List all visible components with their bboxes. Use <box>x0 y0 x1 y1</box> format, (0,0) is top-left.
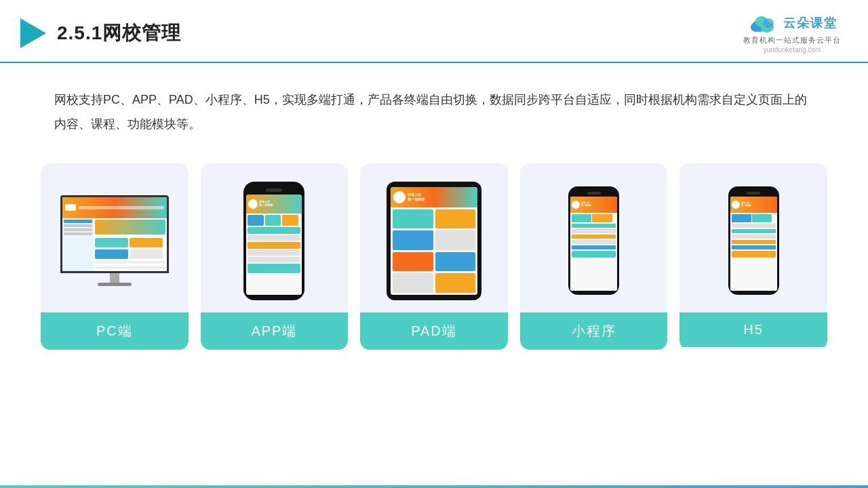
logo-sub: 教育机构一站式服务云平台 <box>743 35 841 45</box>
card-label-miniapp: 小程序 <box>520 312 668 350</box>
card-label-pc: PC端 <box>41 312 189 350</box>
pc-image-area <box>41 163 189 312</box>
monitor-screen <box>60 195 169 273</box>
tablet-block-1 <box>393 209 433 229</box>
pc-main <box>94 218 167 271</box>
tablet-header: 职道人的第一堂网课 <box>391 187 477 207</box>
miniphone-card-item-2 <box>592 214 612 222</box>
miniphone-row-o <box>572 235 616 239</box>
app-image-area: 职道人的第一堂网课 <box>201 163 349 312</box>
tablet-logo <box>393 191 406 203</box>
logo-area: 云朵课堂 教育机构一站式服务云平台 yunduoketang.com <box>743 12 841 54</box>
phone-grid-item-1 <box>248 215 263 226</box>
card-label-h5: H5 <box>679 312 827 347</box>
miniphone-row-o2 <box>732 240 776 244</box>
phone-grid <box>248 215 300 226</box>
miniphone-row-b <box>572 245 616 249</box>
miniphone-card-item-4 <box>752 214 772 222</box>
card-label-pad: PAD端 <box>360 312 508 350</box>
tablet-block-5 <box>393 252 433 272</box>
miniphone-content-1 <box>570 213 617 291</box>
page-title: 2.5.1网校管理 <box>57 20 181 46</box>
header-left: 2.5.1网校管理 <box>20 18 181 48</box>
miniphone-notch-2 <box>747 192 760 195</box>
phone-header: 职道人的第一堂网课 <box>246 195 302 214</box>
miniphone-card-item-1 <box>572 214 591 222</box>
pc-monitor <box>60 195 169 286</box>
miniphone-header-2: 职道人的第一堂网课 <box>730 197 777 213</box>
miniphone-notch-1 <box>587 192 601 195</box>
phone-notch <box>266 188 282 192</box>
phone-screen: 职道人的第一堂网课 <box>246 195 302 295</box>
svg-point-4 <box>763 18 774 28</box>
miniphone-avatar-1 <box>572 201 580 209</box>
play-icon <box>20 18 46 48</box>
miniapp-image-area: 职道人的第一堂网课 <box>520 163 668 312</box>
cloud-icon <box>747 12 779 34</box>
pc-header-bar <box>62 197 167 218</box>
tablet-block-8 <box>435 273 476 293</box>
phone-row-4 <box>248 250 300 256</box>
miniphone-row-b2 <box>732 245 776 249</box>
cards-area: PC端 职道人的第一堂网课 <box>0 150 868 350</box>
pc-sidebar <box>62 218 94 271</box>
monitor-base <box>98 283 132 286</box>
miniphone-title-2: 职道人的第一堂网课 <box>741 202 751 207</box>
card-pad: 职道人的第一堂网课 PAD端 <box>360 163 508 350</box>
description-text: 网校支持PC、APP、PAD、小程序、H5，实现多端打通，产品各终端自由切换，数… <box>0 63 868 150</box>
miniphone-row-2 <box>572 240 616 244</box>
monitor-stand <box>110 273 119 283</box>
miniphone-mock-1: 职道人的第一堂网课 <box>568 186 619 295</box>
phone-row-2 <box>248 235 300 241</box>
card-app: 职道人的第一堂网课 <box>201 163 349 350</box>
phone-row-5 <box>248 257 300 262</box>
card-h5: 职道人的第一堂网课 <box>679 163 827 350</box>
miniphone-card-item-3 <box>732 214 751 222</box>
bottom-bar <box>0 485 868 488</box>
phone-grid-item-2 <box>265 215 281 226</box>
logo-text-main: 云朵课堂 <box>783 15 837 31</box>
tablet-block-7 <box>393 273 433 293</box>
miniphone-row-3 <box>732 224 776 228</box>
pc-screen-content <box>62 197 167 271</box>
phone-title-text: 职道人的第一堂网课 <box>259 201 273 207</box>
logo-url: yunduoketang.com <box>764 46 821 54</box>
miniphone-cards-1 <box>572 214 616 222</box>
pad-image-area: 职道人的第一堂网课 <box>360 163 508 312</box>
miniphone-row-c2 <box>732 229 776 233</box>
miniphone-cards-2 <box>732 214 776 222</box>
card-miniapp: 职道人的第一堂网课 <box>520 163 668 350</box>
miniphone-row-c <box>572 224 616 228</box>
page-header: 2.5.1网校管理 云朵课堂 教育机构一站式服务云平台 yunduoketang… <box>0 0 868 63</box>
card-pc: PC端 <box>41 163 189 350</box>
phone-mock-app: 职道人的第一堂网课 <box>243 182 304 300</box>
tablet-block-2 <box>435 209 476 229</box>
tablet-mock: 职道人的第一堂网课 <box>387 182 481 300</box>
miniphone-screen-1: 职道人的第一堂网课 <box>570 197 617 291</box>
miniphone-mock-2: 职道人的第一堂网课 <box>728 186 779 295</box>
tablet-block-6 <box>435 252 476 272</box>
phone-grid-item-3 <box>282 215 298 226</box>
tablet-block-4 <box>435 230 476 250</box>
tablet-content <box>391 207 477 295</box>
h5-image-area: 职道人的第一堂网课 <box>679 163 827 312</box>
miniphone-row-1 <box>572 229 616 233</box>
miniphone-row-4 <box>732 235 776 239</box>
miniphone-title-1: 职道人的第一堂网课 <box>581 202 591 207</box>
miniphone-avatar-2 <box>732 201 740 209</box>
phone-content <box>246 214 302 295</box>
miniphone-content-2 <box>730 213 777 291</box>
description-paragraph: 网校支持PC、APP、PAD、小程序、H5，实现多端打通，产品各终端自由切换，数… <box>54 87 814 136</box>
miniphone-screen-2: 职道人的第一堂网课 <box>730 197 777 291</box>
logo-cloud: 云朵课堂 <box>747 12 837 34</box>
miniphone-header-1: 职道人的第一堂网课 <box>570 197 617 213</box>
tablet-screen: 职道人的第一堂网课 <box>391 187 477 295</box>
phone-row-1 <box>248 227 300 234</box>
phone-avatar <box>248 199 258 209</box>
card-label-app: APP端 <box>201 312 349 350</box>
tablet-block-3 <box>393 230 433 250</box>
phone-row-3 <box>248 242 300 249</box>
